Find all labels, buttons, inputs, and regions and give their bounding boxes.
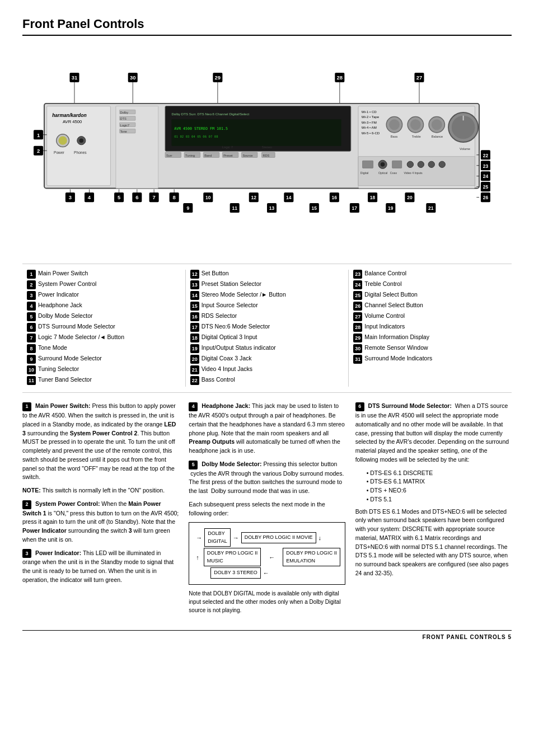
legend-label: Balance Control bbox=[364, 270, 406, 276]
svg-text:Wi-4   •  AM: Wi-4 • AM bbox=[362, 125, 377, 129]
legend-label: DTS Surround Mode Selector bbox=[38, 323, 115, 330]
legend-item: 20 Digital Coax 3 Jack bbox=[190, 355, 344, 364]
svg-text:Tone: Tone bbox=[120, 130, 127, 133]
desc-title: Main Power Switch: bbox=[35, 402, 91, 409]
legend-section: 1 Main Power Switch 2 System Power Contr… bbox=[22, 264, 512, 393]
svg-text:30: 30 bbox=[130, 74, 136, 81]
front-panel-diagram: 31 30 29 28 27 harman/kardon AVR 45 bbox=[34, 72, 500, 241]
callout-num: 3 bbox=[27, 291, 36, 300]
legend-col-2: 12 Set Button 13 Preset Station Selector… bbox=[186, 270, 349, 387]
svg-text:19: 19 bbox=[388, 205, 394, 211]
svg-text:harman/kardon: harman/kardon bbox=[52, 112, 87, 118]
svg-text:AVR 4500    STEREO    FM 101.5: AVR 4500 STEREO FM 101.5 bbox=[174, 126, 228, 131]
legend-item: 7 Logic 7 Mode Selector /◄ Button bbox=[27, 334, 181, 342]
svg-rect-78 bbox=[392, 161, 402, 168]
desc-col-2: 4 Headphone Jack: This jack may be used … bbox=[189, 402, 345, 619]
svg-text:24: 24 bbox=[483, 173, 489, 179]
svg-rect-16 bbox=[47, 106, 111, 186]
legend-item: 17 DTS Neo:6 Mode Selector bbox=[190, 323, 344, 332]
legend-label: Digital Coax 3 Jack bbox=[202, 355, 252, 361]
legend-item: 24 Treble Control bbox=[353, 280, 507, 289]
desc-col-3: 6 DTS Surround Mode Selector: When a DTS… bbox=[355, 402, 512, 619]
legend-item: 25 Digital Select Button bbox=[353, 291, 507, 300]
legend-item: 2 System Power Control bbox=[27, 280, 181, 289]
flow-arrow-down: ↓ bbox=[318, 533, 322, 543]
footer-text: FRONT PANEL CONTROLS 5 bbox=[423, 634, 512, 640]
desc-dolby: 5 Dolby Mode Selector: Pressing this sel… bbox=[189, 460, 345, 496]
svg-point-63 bbox=[410, 119, 421, 130]
svg-text:01  02  03  04  05  06  07  08: 01 02 03 04 05 06 07 08 bbox=[174, 135, 218, 138]
dts-mode-2: DTS-ES 6.1 MATRIX bbox=[367, 477, 512, 486]
legend-label: Treble Control bbox=[364, 280, 401, 287]
svg-text:23: 23 bbox=[483, 163, 489, 169]
callout-num-4: 4 bbox=[189, 402, 198, 411]
callout-num: 6 bbox=[27, 323, 36, 332]
flow-row-2: ↑ DOLBY PRO LOGIC IIMUSIC ← DOLBY PRO LO… bbox=[194, 548, 340, 566]
legend-label: Headphone Jack bbox=[38, 302, 82, 308]
svg-text:15: 15 bbox=[312, 205, 317, 211]
callout-num: 31 bbox=[353, 355, 362, 364]
legend-label: Power Indicator bbox=[38, 291, 79, 298]
svg-text:Bass: Bass bbox=[391, 135, 398, 138]
desc-col-1: 1 Main Power Switch: Press this button t… bbox=[22, 402, 179, 619]
legend-label: Tone Mode bbox=[38, 344, 67, 351]
legend-label: Digital Select Button bbox=[364, 291, 418, 298]
svg-text:14: 14 bbox=[286, 195, 292, 200]
callout-num: 8 bbox=[27, 344, 36, 353]
svg-text:7: 7 bbox=[152, 194, 155, 200]
callout-num-5: 5 bbox=[189, 461, 198, 469]
callout-num-6: 6 bbox=[355, 402, 364, 411]
svg-text:Volume: Volume bbox=[460, 147, 470, 151]
desc-dolby-note: Note that DOLBY DIGITAL mode is availabl… bbox=[189, 589, 345, 614]
callout-num: 22 bbox=[190, 376, 199, 385]
callout-num-3: 3 bbox=[22, 549, 31, 558]
svg-point-20 bbox=[59, 137, 67, 145]
svg-text:1: 1 bbox=[37, 132, 40, 138]
callout-num: 21 bbox=[190, 365, 199, 374]
legend-label: Input/Output Status indicator bbox=[202, 344, 276, 351]
legend-label: Surround Mode Selector bbox=[38, 355, 102, 361]
desc-headphone: 4 Headphone Jack: This jack may be used … bbox=[189, 402, 345, 456]
callout-num: 24 bbox=[353, 280, 362, 289]
callout-num: 16 bbox=[190, 312, 199, 321]
callout-num: 18 bbox=[190, 334, 199, 342]
legend-item: 16 RDS Selector bbox=[190, 312, 344, 321]
diagram-section: 31 30 29 28 27 harman/kardon AVR 45 bbox=[22, 44, 512, 258]
legend-label: Volume Control bbox=[364, 312, 405, 319]
legend-item: 12 Set Button bbox=[190, 270, 344, 279]
svg-text:2: 2 bbox=[37, 148, 40, 154]
svg-text:Video 4 Inputs: Video 4 Inputs bbox=[404, 171, 423, 175]
legend-item: 5 Dolby Mode Selector bbox=[27, 312, 181, 321]
svg-text:Coax: Coax bbox=[390, 171, 397, 175]
legend-item: 29 Main Information Display bbox=[353, 334, 507, 342]
svg-point-22 bbox=[79, 138, 84, 143]
svg-text:31: 31 bbox=[72, 74, 78, 81]
legend-label: Input Indicators bbox=[364, 323, 405, 330]
callout-num: 2 bbox=[27, 280, 36, 289]
svg-text:Power: Power bbox=[54, 151, 65, 154]
callout-num: 26 bbox=[353, 302, 362, 311]
svg-text:4: 4 bbox=[88, 194, 91, 200]
legend-item: 22 Bass Control bbox=[190, 376, 344, 385]
callout-num: 1 bbox=[27, 270, 36, 279]
legend-label: Remote Sensor Window bbox=[364, 344, 428, 351]
svg-text:Source: Source bbox=[242, 154, 252, 157]
legend-label: Tuner Band Selector bbox=[38, 376, 92, 383]
svg-text:12: 12 bbox=[251, 195, 257, 200]
svg-text:Preset: Preset bbox=[223, 154, 233, 157]
svg-text:Phones: Phones bbox=[74, 151, 87, 154]
dts-modes-list: DTS-ES 6.1 DISCRETE DTS-ES 6.1 MATRIX DT… bbox=[355, 469, 512, 504]
desc-system-power: 2 System Power Control: When the Main Po… bbox=[22, 500, 179, 544]
svg-text:Wi-3   •  FM: Wi-3 • FM bbox=[362, 120, 377, 124]
page-title: Front Panel Controls bbox=[22, 17, 512, 36]
svg-text:22: 22 bbox=[483, 153, 489, 158]
svg-text:20: 20 bbox=[407, 195, 413, 200]
svg-text:Wi-2   •  Tape: Wi-2 • Tape bbox=[362, 115, 380, 119]
svg-text:8: 8 bbox=[173, 194, 176, 200]
svg-text:29: 29 bbox=[215, 74, 221, 81]
flow-arrow-up-left: ↑ bbox=[196, 553, 199, 562]
dolby-pliim-box: DOLBY PRO LOGIC IIMUSIC bbox=[204, 548, 261, 566]
svg-text:Surr: Surr bbox=[166, 154, 172, 157]
desc-note-power: NOTE: This switch is normally left in th… bbox=[22, 486, 179, 495]
svg-text:25: 25 bbox=[483, 184, 489, 190]
